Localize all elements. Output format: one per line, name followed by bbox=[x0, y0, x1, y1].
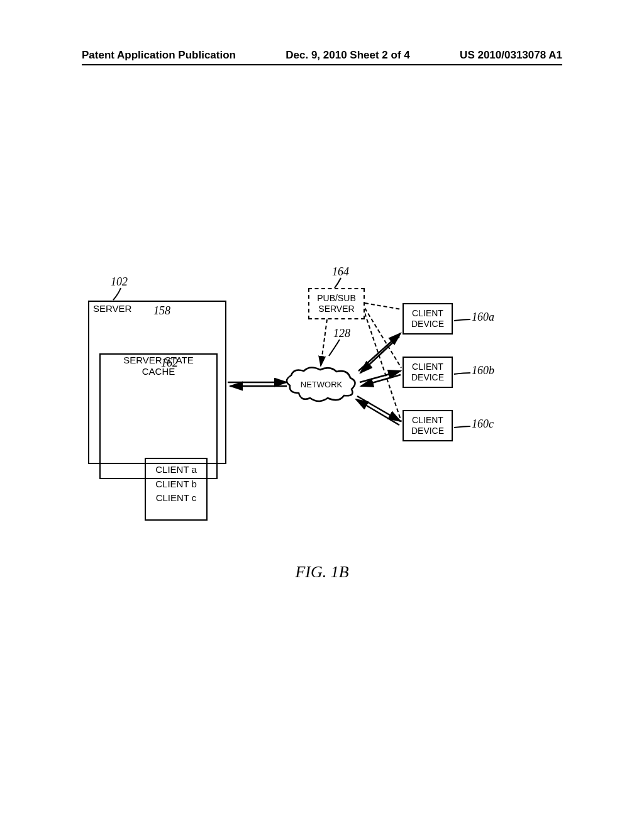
cache-box: SERVER STATECACHE CLIENT a CLIENT b CLIE… bbox=[99, 353, 218, 479]
client-device-label-b: CLIENTDEVICE bbox=[411, 362, 444, 383]
client-device-b: CLIENTDEVICE bbox=[402, 357, 453, 388]
ref-162: 162 bbox=[161, 357, 178, 370]
client-device-c: CLIENTDEVICE bbox=[402, 410, 453, 441]
client-c-entry: CLIENT c bbox=[146, 491, 206, 506]
server-box: SERVER SERVER STATECACHE CLIENT a CLIENT… bbox=[88, 301, 226, 464]
header-right: US 2010/0313078 A1 bbox=[460, 49, 562, 62]
svg-line-6 bbox=[358, 333, 401, 371]
header-rule bbox=[82, 64, 562, 65]
clients-box: CLIENT a CLIENT b CLIENT c bbox=[145, 458, 208, 521]
ref-160a: 160a bbox=[472, 311, 494, 324]
diagram: SERVER SERVER STATECACHE CLIENT a CLIENT… bbox=[88, 270, 566, 503]
client-device-label-a: CLIENTDEVICE bbox=[411, 308, 444, 329]
svg-line-3 bbox=[365, 303, 401, 309]
client-b-entry: CLIENT b bbox=[146, 477, 206, 492]
cache-label: SERVER STATECACHE bbox=[123, 355, 194, 377]
ref-158: 158 bbox=[153, 304, 170, 318]
svg-line-8 bbox=[360, 371, 401, 382]
client-a-entry: CLIENT a bbox=[146, 463, 206, 477]
svg-line-10 bbox=[357, 396, 401, 421]
ref-160c: 160c bbox=[472, 418, 494, 431]
ref-160b: 160b bbox=[472, 364, 494, 377]
figure-caption: FIG. 1B bbox=[0, 563, 644, 582]
pubsub-box: PUB/SUBSERVER bbox=[308, 288, 365, 319]
svg-line-5 bbox=[365, 313, 401, 421]
svg-line-9 bbox=[361, 375, 401, 386]
svg-line-7 bbox=[360, 336, 399, 373]
svg-line-4 bbox=[365, 308, 401, 368]
svg-line-2 bbox=[321, 319, 327, 366]
server-label: SERVER bbox=[93, 303, 131, 314]
pubsub-label: PUB/SUBSERVER bbox=[317, 293, 355, 314]
client-device-label-c: CLIENTDEVICE bbox=[411, 415, 444, 436]
client-device-a: CLIENTDEVICE bbox=[402, 303, 453, 335]
header-center: Dec. 9, 2010 Sheet 2 of 4 bbox=[286, 49, 410, 62]
ref-102: 102 bbox=[111, 275, 128, 289]
svg-line-11 bbox=[356, 399, 399, 425]
header-left: Patent Application Publication bbox=[82, 49, 236, 62]
ref-128: 128 bbox=[333, 327, 350, 340]
network-label: NETWORK bbox=[301, 380, 343, 389]
network-cloud: NETWORK bbox=[285, 367, 358, 403]
ref-164: 164 bbox=[332, 265, 349, 279]
